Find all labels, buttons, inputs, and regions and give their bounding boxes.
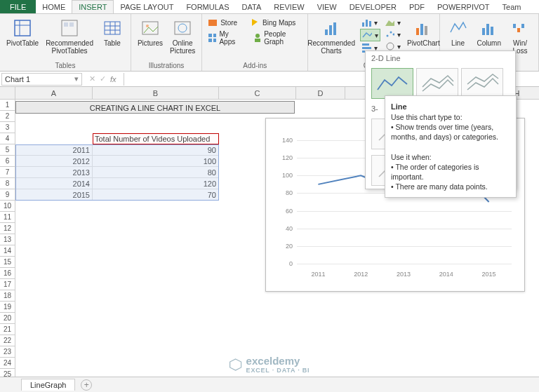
gallery-line-stacked-icon [420, 72, 455, 95]
row-19[interactable]: 19 [0, 302, 15, 313]
row-13[interactable]: 13 [0, 234, 15, 245]
cell-A8[interactable]: 2014 [15, 178, 93, 189]
enter-icon[interactable]: ✓ [100, 74, 106, 83]
svg-rect-5 [69, 22, 74, 27]
row-24[interactable]: 24 [0, 358, 15, 369]
svg-rect-19 [208, 39, 212, 42]
row-16[interactable]: 16 [0, 268, 15, 279]
tab-team[interactable]: Team [496, 0, 528, 13]
cell-B9[interactable]: 70 [93, 189, 219, 201]
row-12[interactable]: 12 [0, 223, 15, 234]
row-2[interactable]: 2 [0, 111, 15, 122]
gallery-line-100stacked[interactable] [461, 68, 503, 99]
group-addins: Store Bing Maps My Apps People Graph Add… [202, 14, 308, 71]
svg-rect-4 [64, 22, 68, 27]
tab-view[interactable]: VIEW [311, 0, 343, 13]
btn-chart-column[interactable]: ▾ [360, 17, 380, 28]
row-18[interactable]: 18 [0, 290, 15, 302]
fx-icon[interactable]: fx [110, 75, 117, 83]
row-15[interactable]: 15 [0, 257, 15, 268]
btn-myapps[interactable]: My Apps [206, 29, 244, 46]
row-7[interactable]: 7 [0, 167, 15, 178]
svg-rect-11 [142, 22, 158, 34]
cell-B4[interactable]: Total Number of Videos Uploaded [93, 133, 219, 144]
btn-rec-charts[interactable]: Recommended Charts [305, 17, 357, 56]
row-23[interactable]: 23 [0, 346, 15, 358]
tab-insert[interactable]: INSERT [72, 0, 114, 13]
tab-data[interactable]: DATA [236, 0, 268, 13]
tab-review[interactable]: REVIEW [267, 0, 310, 13]
tab-pdf[interactable]: PDF [403, 0, 431, 13]
svg-rect-39 [425, 26, 427, 35]
cell-B7[interactable]: 80 [93, 167, 219, 178]
rec-pivot-icon [60, 18, 79, 38]
col-C[interactable]: C [219, 87, 296, 100]
row-3[interactable]: 3 [0, 122, 15, 133]
cell-A9[interactable]: 2015 [15, 189, 93, 201]
pivottable-icon [13, 18, 32, 38]
apps-icon [208, 33, 216, 43]
cell-title[interactable]: CREATING A LINE CHART IN EXCEL [15, 101, 295, 114]
gallery-line-stacked[interactable] [416, 68, 458, 99]
row-6[interactable]: 6 [0, 156, 15, 167]
row-9[interactable]: 9 [0, 189, 15, 201]
col-A[interactable]: A [15, 87, 93, 100]
svg-rect-43 [513, 24, 516, 28]
btn-bingmaps[interactable]: Bing Maps [248, 17, 297, 28]
btn-chart-scatter[interactable]: ▾ [383, 29, 402, 40]
cell-A7[interactable]: 2013 [15, 167, 93, 178]
svg-marker-16 [252, 19, 258, 26]
tab-formulas[interactable]: FORMULAS [180, 0, 235, 13]
svg-rect-44 [517, 28, 520, 32]
fx-buttons: ✕ ✓ fx [84, 74, 122, 83]
btn-table[interactable]: Table [98, 17, 126, 48]
btn-spark-line[interactable]: Line [444, 17, 472, 48]
btn-pivotchart[interactable]: PivotChart [405, 17, 442, 48]
btn-chart-area[interactable]: ▾ [383, 17, 402, 28]
svg-rect-15 [208, 20, 217, 26]
btn-pivottable[interactable]: PivotTable [4, 17, 41, 48]
cell-A6[interactable]: 2012 [15, 156, 93, 167]
btn-peoplegraph[interactable]: People Graph [251, 29, 303, 46]
cell-B8[interactable]: 120 [93, 178, 219, 189]
btn-spark-column[interactable]: Column [475, 17, 503, 48]
btn-chart-line[interactable]: ▾ [360, 29, 380, 41]
tab-home[interactable]: HOME [36, 0, 72, 13]
svg-rect-24 [329, 25, 332, 35]
row-20[interactable]: 20 [0, 313, 15, 324]
tab-pagelayout[interactable]: PAGE LAYOUT [114, 0, 180, 13]
select-all-corner[interactable] [0, 87, 15, 100]
cell-B5[interactable]: 90 [93, 144, 219, 156]
row-10[interactable]: 10 [0, 201, 15, 212]
svg-rect-37 [416, 28, 419, 35]
gallery-line-basic[interactable] [371, 68, 413, 99]
row-5[interactable]: 5 [0, 144, 15, 156]
tab-file[interactable]: FILE [0, 0, 36, 13]
svg-rect-29 [362, 43, 369, 46]
btn-pictures[interactable]: Pictures [135, 17, 165, 48]
sheet-tab-linegraph[interactable]: LineGraph [21, 379, 75, 391]
row-8[interactable]: 8 [0, 178, 15, 189]
cell-A5[interactable]: 2011 [15, 144, 93, 156]
col-D[interactable]: D [296, 87, 345, 100]
row-22[interactable]: 22 [0, 335, 15, 346]
sparkline-col-icon [479, 18, 499, 38]
new-sheet-button[interactable]: + [81, 379, 92, 391]
cell-B6[interactable]: 100 [93, 156, 219, 167]
col-B[interactable]: B [93, 87, 219, 100]
btn-store[interactable]: Store [206, 17, 239, 28]
group-label-tables: Tables [55, 61, 76, 69]
tab-powerpivot[interactable]: POWERPIVOT [431, 0, 496, 13]
cancel-icon[interactable]: ✕ [89, 74, 95, 83]
row-17[interactable]: 17 [0, 279, 15, 290]
tab-developer[interactable]: DEVELOPER [343, 0, 403, 13]
row-1[interactable]: 1 [0, 100, 15, 111]
name-box[interactable]: Chart 1▾ [1, 73, 82, 86]
row-14[interactable]: 14 [0, 245, 15, 257]
btn-rec-pivottables[interactable]: Recommended PivotTables [44, 17, 95, 56]
row-11[interactable]: 11 [0, 212, 15, 223]
btn-online-pictures[interactable]: Online Pictures [168, 17, 197, 56]
svg-point-34 [390, 32, 392, 34]
row-21[interactable]: 21 [0, 324, 15, 335]
row-4[interactable]: 4 [0, 133, 15, 144]
